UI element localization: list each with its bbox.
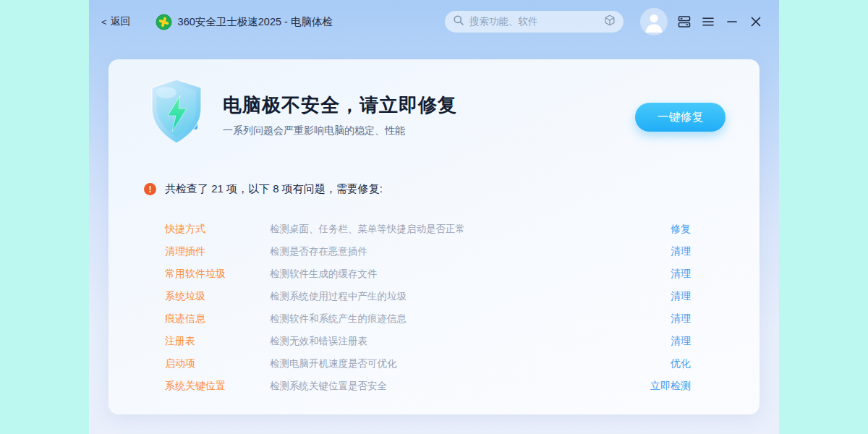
issue-name: 注册表 bbox=[165, 335, 270, 348]
issue-description: 检测软件生成的缓存文件 bbox=[270, 268, 671, 281]
issue-description: 检测无效和错误注册表 bbox=[270, 335, 671, 348]
issue-description: 检测软件和系统产生的痕迹信息 bbox=[270, 312, 671, 326]
issue-name: 快捷方式 bbox=[165, 223, 270, 236]
back-chevron-icon: < bbox=[101, 17, 107, 27]
danger-shield-icon bbox=[143, 75, 213, 153]
minimize-button[interactable] bbox=[725, 14, 739, 29]
issue-row: 清理插件 检测是否存在恶意插件 清理 bbox=[165, 240, 691, 263]
user-avatar[interactable] bbox=[640, 8, 668, 35]
issue-description: 检测是否存在恶意插件 bbox=[270, 245, 671, 258]
issue-row: 系统垃圾 检测系统使用过程中产生的垃圾 清理 bbox=[165, 285, 691, 307]
close-button[interactable] bbox=[749, 14, 763, 29]
issue-row: 痕迹信息 检测软件和系统产生的痕迹信息 清理 bbox=[165, 307, 691, 330]
search-input[interactable]: 搜索功能、软件 bbox=[445, 11, 624, 33]
issue-name: 系统关键位置 bbox=[165, 380, 270, 393]
issue-row: 快捷方式 检测桌面、任务栏、菜单等快捷启动是否正常 修复 bbox=[165, 218, 691, 240]
issue-action-link[interactable]: 优化 bbox=[671, 357, 691, 370]
issue-row: 启动项 检测电脑开机速度是否可优化 优化 bbox=[165, 352, 691, 375]
back-label: 返回 bbox=[111, 15, 131, 28]
issue-description: 检测桌面、任务栏、菜单等快捷启动是否正常 bbox=[270, 223, 671, 236]
summary-text: 共检查了 21 项，以下 8 项有问题，需要修复: bbox=[165, 182, 383, 196]
issue-action-link[interactable]: 立即检测 bbox=[650, 380, 691, 393]
menu-icon[interactable] bbox=[701, 14, 715, 29]
app-title: 360安全卫士极速2025 - 电脑体检 bbox=[178, 15, 333, 29]
hero-subtitle: 一系列问题会严重影响电脑的稳定、性能 bbox=[223, 124, 405, 137]
toolbox-cube-icon[interactable] bbox=[603, 14, 616, 30]
issue-row: 注册表 检测无效和错误注册表 清理 bbox=[165, 330, 691, 352]
issue-action-link[interactable]: 修复 bbox=[671, 223, 691, 236]
search-placeholder: 搜索功能、软件 bbox=[469, 15, 598, 28]
hero-title: 电脑极不安全，请立即修复 bbox=[223, 93, 457, 118]
search-icon bbox=[453, 14, 464, 29]
one-key-fix-button[interactable]: 一键修复 bbox=[635, 103, 726, 132]
issue-row: 系统关键位置 检测系统关键位置是否安全 立即检测 bbox=[165, 375, 691, 397]
mini-window-icon[interactable] bbox=[677, 14, 692, 29]
checkup-result-card: 电脑极不安全，请立即修复 一系列问题会严重影响电脑的稳定、性能 一键修复 ! 共… bbox=[109, 59, 760, 414]
issue-name: 痕迹信息 bbox=[165, 312, 270, 326]
issue-description: 检测电脑开机速度是否可优化 bbox=[270, 357, 671, 370]
issue-name: 常用软件垃圾 bbox=[165, 268, 270, 281]
360-logo-icon bbox=[156, 14, 172, 30]
titlebar: < 返回 360安全卫士极速2025 - 电脑体检 bbox=[89, 0, 779, 43]
issue-description: 检测系统关键位置是否安全 bbox=[270, 380, 650, 393]
issue-action-link[interactable]: 清理 bbox=[671, 268, 691, 281]
issue-action-link[interactable]: 清理 bbox=[671, 290, 691, 303]
issue-action-link[interactable]: 清理 bbox=[671, 312, 691, 326]
issue-row: 常用软件垃圾 检测软件生成的缓存文件 清理 bbox=[165, 263, 691, 285]
issue-name: 系统垃圾 bbox=[165, 290, 270, 303]
app-window: < 返回 360安全卫士极速2025 - 电脑体检 bbox=[89, 0, 779, 434]
warning-icon: ! bbox=[144, 183, 156, 195]
issue-action-link[interactable]: 清理 bbox=[671, 335, 691, 348]
back-button[interactable]: < 返回 bbox=[101, 15, 131, 28]
issue-action-link[interactable]: 清理 bbox=[671, 245, 691, 258]
summary-row: ! 共检查了 21 项，以下 8 项有问题，需要修复: bbox=[144, 182, 383, 196]
app-title-group: 360安全卫士极速2025 - 电脑体检 bbox=[156, 14, 333, 30]
issue-name: 启动项 bbox=[165, 357, 270, 370]
issue-name: 清理插件 bbox=[165, 245, 270, 258]
issue-description: 检测系统使用过程中产生的垃圾 bbox=[270, 290, 671, 303]
issue-list: 快捷方式 检测桌面、任务栏、菜单等快捷启动是否正常 修复 清理插件 检测是否存在… bbox=[165, 218, 691, 397]
